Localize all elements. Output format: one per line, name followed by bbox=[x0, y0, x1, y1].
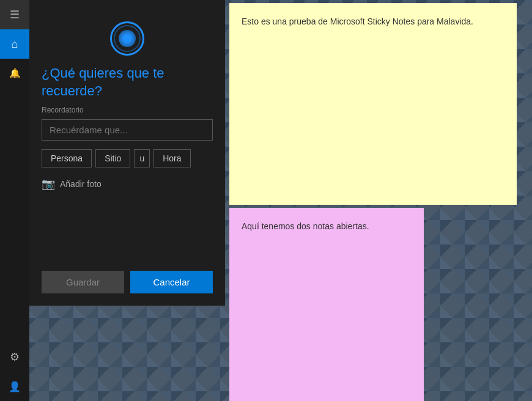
sidebar-item-user[interactable]: 👤 bbox=[0, 372, 29, 401]
sticky-note-pink-text: Aquí tenemos dos notas abiertas. bbox=[242, 220, 412, 233]
sidebar-item-home[interactable]: ⌂ bbox=[0, 29, 29, 59]
sidebar-item-menu[interactable]: ☰ bbox=[0, 0, 29, 29]
cortana-chips: Persona Sitio u Hora bbox=[42, 149, 213, 167]
cortana-title-line1: ¿Qué quieres que te bbox=[42, 65, 164, 81]
sticky-note-pink[interactable]: Aquí tenemos dos notas abiertas. bbox=[229, 208, 424, 401]
cortana-ring-inner bbox=[119, 30, 136, 47]
cortana-action-buttons: Guardar Cancelar bbox=[42, 271, 213, 293]
save-button[interactable]: Guardar bbox=[42, 271, 124, 293]
cancel-button[interactable]: Cancelar bbox=[130, 271, 213, 293]
menu-icon: ☰ bbox=[10, 8, 20, 21]
reminder-input[interactable] bbox=[42, 119, 213, 141]
chip-o[interactable]: u bbox=[134, 149, 150, 167]
cortana-title-line2: recuerde? bbox=[42, 83, 102, 98]
cortana-logo bbox=[110, 21, 144, 56]
add-photo-button[interactable]: 📷 Añadir foto bbox=[42, 177, 213, 191]
cortana-title: ¿Qué quieres que te recuerde? bbox=[42, 65, 213, 100]
sidebar-item-notification[interactable]: 🔔 bbox=[0, 59, 29, 88]
chip-persona[interactable]: Persona bbox=[42, 149, 92, 167]
sidebar-item-settings[interactable]: ⚙ bbox=[0, 342, 29, 372]
cortana-panel: ¿Qué quieres que te recuerde? Recordator… bbox=[29, 0, 225, 306]
notification-icon: 🔔 bbox=[9, 68, 21, 79]
home-icon: ⌂ bbox=[12, 38, 18, 51]
sticky-note-yellow[interactable]: Esto es una prueba de Microsoft Sticky N… bbox=[229, 3, 517, 205]
user-icon: 👤 bbox=[9, 381, 21, 392]
chip-hora[interactable]: Hora bbox=[153, 149, 190, 167]
sticky-note-yellow-text: Esto es una prueba de Microsoft Sticky N… bbox=[242, 15, 504, 28]
chip-sitio[interactable]: Sitio bbox=[95, 149, 130, 167]
camera-icon: 📷 bbox=[42, 177, 55, 191]
cortana-label: Recordatorio bbox=[42, 106, 213, 114]
settings-icon: ⚙ bbox=[10, 350, 20, 364]
taskbar-sidebar: ☰ ⌂ 🔔 ⚙ 👤 bbox=[0, 0, 29, 401]
add-photo-label: Añadir foto bbox=[60, 179, 102, 189]
